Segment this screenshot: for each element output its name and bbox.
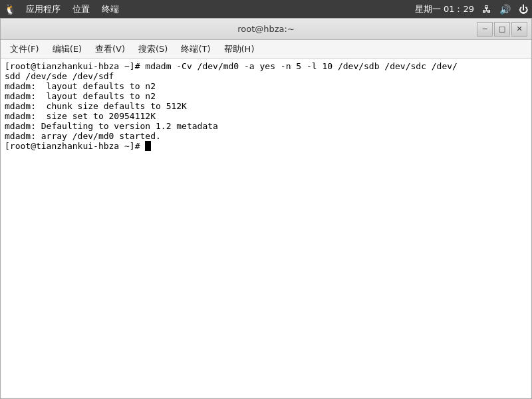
title-bar: root@hbza:~ − □ ✕ [1,19,531,40]
app-logo: 🐧 [4,3,17,15]
audio-icon: 🔊 [499,4,511,15]
power-icon: ⏻ [519,4,528,15]
maximize-button[interactable]: □ [494,22,510,37]
system-bar-left: 🐧 应用程序 位置 终端 [4,2,124,17]
system-bar-right: 星期一 01：29 🖧 🔊 ⏻ [415,3,528,15]
network-icon: 🖧 [482,4,491,15]
menu-search[interactable]: 搜索(S) [132,41,174,57]
menu-bar: 文件(F) 编辑(E) 查看(V) 搜索(S) 终端(T) 帮助(H) [1,40,531,59]
menu-terminal[interactable]: 终端(T) [174,41,217,57]
system-menu-apps[interactable]: 应用程序 [21,2,66,17]
system-menu-places[interactable]: 位置 [67,2,95,17]
system-bar: 🐧 应用程序 位置 终端 星期一 01：29 🖧 🔊 ⏻ [0,0,532,18]
datetime-label: 星期一 01：29 [415,3,474,15]
terminal-window: root@hbza:~ − □ ✕ 文件(F) 编辑(E) 查看(V) 搜索(S… [0,18,532,399]
cursor [145,141,151,151]
window-controls: − □ ✕ [477,22,527,37]
minimize-button[interactable]: − [477,22,493,37]
menu-edit[interactable]: 编辑(E) [46,41,88,57]
menu-file[interactable]: 文件(F) [3,41,46,57]
window-title: root@hbza:~ [237,24,295,34]
menu-view[interactable]: 查看(V) [88,41,132,57]
system-menu-terminal[interactable]: 终端 [96,2,124,17]
close-button[interactable]: ✕ [511,22,527,37]
menu-help[interactable]: 帮助(H) [217,41,261,57]
terminal-content[interactable]: [root@tianzhankui-hbza ~]# mdadm -Cv /de… [1,59,531,398]
